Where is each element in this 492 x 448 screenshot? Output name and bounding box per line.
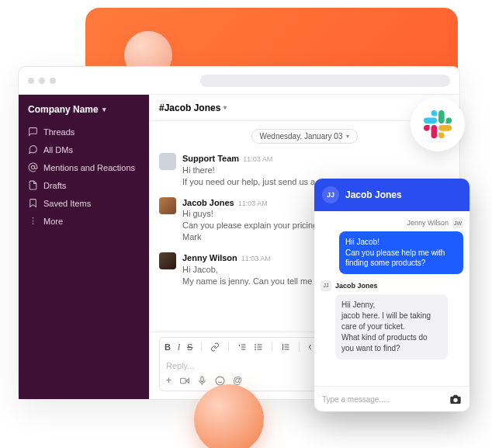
sidebar-item-threads[interactable]: Threads <box>26 123 141 141</box>
reply-placeholder: Reply... <box>166 361 194 370</box>
avatar <box>159 197 176 214</box>
plus-icon[interactable]: + <box>166 375 172 386</box>
date-label: Wednesday, January 03 <box>260 132 343 141</box>
svg-point-11 <box>255 346 256 347</box>
more-icon <box>28 216 38 226</box>
sidebar-item-label: Threads <box>43 127 74 137</box>
chat-widget: JJ Jacob Jones Jenny Wilson JW Hii Jacob… <box>314 179 469 412</box>
sender-name: Jenny Wilson <box>407 219 449 227</box>
message-author: Support Team <box>182 154 239 163</box>
chevron-down-icon: ▾ <box>223 104 227 111</box>
channel-name: #Jacob Jones <box>159 102 220 113</box>
mic-icon[interactable] <box>197 375 207 386</box>
message-time: 11:03 AM <box>243 155 272 163</box>
bullet-list-icon[interactable] <box>254 342 263 352</box>
chat-line: Hii Jenny, <box>341 300 375 309</box>
blockquote-icon[interactable] <box>281 342 290 352</box>
message-line: Hi Jacob, <box>182 265 218 274</box>
message-line: Mark <box>182 232 201 241</box>
sidebar-item-label: All DMs <box>43 145 73 155</box>
sidebar-item-saved[interactable]: Saved Items <box>26 194 141 212</box>
slack-icon <box>424 110 452 138</box>
italic-icon[interactable]: I <box>178 342 180 352</box>
sidebar-item-mentions[interactable]: Mentions and Reactions <box>26 158 141 176</box>
svg-point-10 <box>255 344 256 345</box>
sidebar-item-more[interactable]: More <box>26 212 141 230</box>
avatar: JJ <box>322 186 339 203</box>
avatar <box>159 153 176 170</box>
chat-widget-body: Jenny Wilson JW Hii Jacob! Can you pleas… <box>314 211 469 386</box>
message-time: 11:03 AM <box>238 200 268 207</box>
svg-rect-20 <box>201 377 203 382</box>
window-dot <box>39 78 45 84</box>
incoming-bubble: Hii Jenny, jacob here. I will be taking … <box>335 294 448 359</box>
sidebar-item-label: Mentions and Reactions <box>43 163 135 172</box>
chevron-down-icon: ▾ <box>102 106 106 113</box>
avatar: JJ <box>320 280 331 291</box>
message-line: Hi guys! <box>182 209 213 218</box>
recipient-name: Jacob Jones <box>335 282 378 290</box>
strike-icon[interactable]: S <box>187 342 192 352</box>
workspace-switcher[interactable]: Company Name ▾ <box>26 104 141 115</box>
svg-point-2 <box>33 221 34 222</box>
decorative-blob <box>194 384 264 448</box>
video-icon[interactable] <box>179 375 189 386</box>
message-line: Hi there! <box>182 165 215 175</box>
chat-widget-header: JJ Jacob Jones <box>314 179 469 211</box>
avatar: JW <box>452 217 463 228</box>
browser-chrome <box>19 67 459 95</box>
ordered-list-icon[interactable] <box>237 342 247 352</box>
date-divider[interactable]: Wednesday, January 03 ▾ <box>251 129 359 144</box>
message-time: 11:03 AM <box>241 255 271 262</box>
drafts-icon <box>28 180 38 190</box>
sidebar-item-label: More <box>43 217 63 226</box>
sidebar-item-label: Drafts <box>43 181 66 190</box>
svg-marker-19 <box>186 378 189 382</box>
channel-name-button[interactable]: #Jacob Jones ▾ <box>159 102 227 113</box>
window-dot <box>28 78 34 84</box>
svg-point-3 <box>33 223 34 224</box>
url-bar[interactable] <box>200 75 450 87</box>
chat-input[interactable]: Type a message..... <box>322 395 445 404</box>
sidebar-item-dms[interactable]: All DMs <box>26 141 141 158</box>
mentions-icon <box>28 162 38 172</box>
svg-point-0 <box>31 165 34 168</box>
outgoing-bubble: Hii Jacob! Can you please help me with f… <box>339 231 463 274</box>
link-icon[interactable] <box>210 342 220 352</box>
recipient-row: JJ Jacob Jones <box>320 280 463 291</box>
sidebar-item-drafts[interactable]: Drafts <box>26 176 141 194</box>
camera-icon[interactable] <box>449 393 462 405</box>
bold-icon[interactable]: B <box>165 342 171 352</box>
threads-icon <box>28 127 38 137</box>
chat-line: Hii Jacob! <box>345 238 379 246</box>
workspace-name: Company Name <box>28 104 99 115</box>
chat-line: jacob here. I will be taking care of you… <box>341 311 431 331</box>
avatar <box>159 252 176 269</box>
svg-point-1 <box>33 217 34 219</box>
chat-line: What kind of products do you want to fin… <box>341 333 428 352</box>
message-author: Jacob Jones <box>182 198 234 207</box>
svg-point-12 <box>255 349 256 349</box>
chat-widget-title: Jacob Jones <box>345 189 402 200</box>
window-dot <box>50 78 56 84</box>
slack-logo-badge <box>411 97 465 151</box>
chat-line: Can you please help me with finding some… <box>345 248 445 268</box>
svg-rect-18 <box>181 378 186 384</box>
dms-icon <box>28 144 38 155</box>
message-author: Jenny Wilson <box>182 253 237 262</box>
sender-row: Jenny Wilson JW <box>320 217 463 228</box>
bookmark-icon <box>28 198 38 208</box>
svg-point-21 <box>216 377 224 385</box>
sidebar: Company Name ▾ Threads All DMs Mentions … <box>19 95 149 399</box>
chat-widget-footer: Type a message..... <box>314 386 469 412</box>
sidebar-item-label: Saved Items <box>43 199 91 208</box>
chevron-down-icon: ▾ <box>346 133 349 140</box>
